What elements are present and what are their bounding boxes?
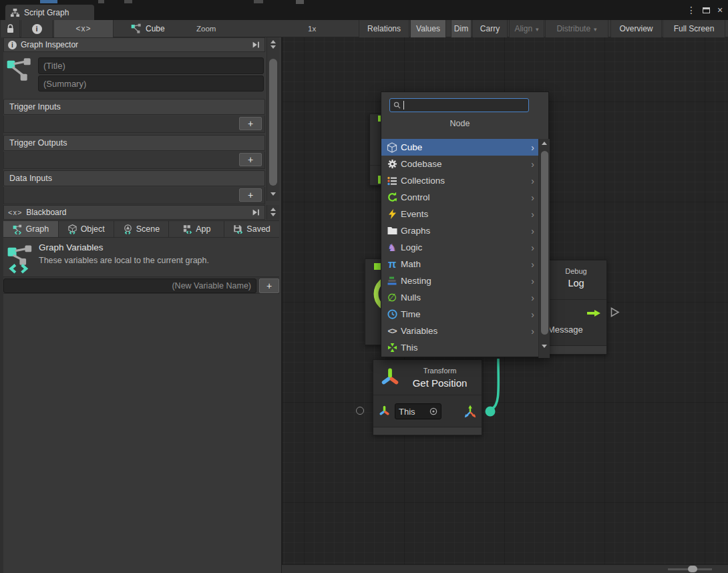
maximize-icon: [703, 7, 710, 13]
add-variable-button[interactable]: +: [259, 278, 279, 293]
code-view-button[interactable]: <x>: [53, 20, 114, 37]
transform-icon-small: [379, 405, 390, 417]
hscroll-handle[interactable]: [688, 566, 697, 572]
scroll-up-icon[interactable]: [270, 40, 276, 43]
trigger-inputs-row: +: [3, 116, 265, 133]
toolbar-button-relations[interactable]: Relations: [359, 20, 409, 37]
graph-breadcrumb[interactable]: Cube: [146, 24, 165, 33]
scroll-down-icon[interactable]: [270, 213, 276, 216]
add-trigger-input-button[interactable]: +: [239, 117, 262, 130]
event-icon: [368, 272, 382, 326]
trigger-output-port[interactable]: [610, 307, 620, 318]
tab-app[interactable]: App: [169, 221, 224, 237]
add-data-input-button[interactable]: +: [239, 188, 262, 202]
canvas-bottom-bar: [282, 564, 728, 573]
new-variable-row: +: [3, 276, 279, 294]
null-icon: ∅: [386, 292, 398, 303]
graph-breadcrumb-icon: [131, 23, 142, 34]
chevron-right-icon: ›: [531, 276, 534, 286]
window-close-button[interactable]: ×: [714, 4, 726, 16]
section-trigger-inputs[interactable]: Trigger Inputs: [3, 99, 265, 115]
blackboard-scrollbar[interactable]: [266, 205, 279, 220]
toolbar-button-carry[interactable]: Carry: [472, 20, 508, 37]
tab-scene[interactable]: Scene: [114, 221, 170, 237]
tab-graph[interactable]: Graph: [3, 221, 59, 237]
graph-title-input[interactable]: [38, 57, 264, 74]
blackboard-tabs: Graph Object Scene App Saved: [3, 220, 279, 238]
toolbar-button-overview[interactable]: Overview: [610, 20, 662, 37]
finder-item-math[interactable]: π Math›: [381, 256, 538, 272]
finder-item-logic[interactable]: ♞ Logic›: [381, 239, 538, 256]
target-value: This: [399, 407, 429, 417]
section-trigger-outputs[interactable]: Trigger Outputs: [3, 135, 265, 151]
scroll-down-icon[interactable]: [270, 45, 276, 49]
scrollbar-thumb[interactable]: [269, 59, 277, 186]
lock-button[interactable]: [0, 20, 20, 37]
blackboard-header[interactable]: <x> Blackboard: [3, 205, 265, 220]
chevron-right-icon: ›: [531, 242, 534, 253]
scroll-down-icon[interactable]: [542, 345, 547, 348]
finder-item-nulls[interactable]: ∅ Nulls›: [381, 289, 538, 306]
finder-item-variables[interactable]: <> Variables›: [381, 323, 538, 339]
partial-node[interactable]: [365, 258, 382, 345]
graph-tab-icon: [13, 224, 23, 234]
node-title: Log: [546, 278, 606, 289]
folder-icon: [386, 225, 398, 236]
inspector-toggle-button[interactable]: i: [21, 20, 53, 37]
finder-item-nesting[interactable]: Nesting›: [381, 272, 538, 289]
object-picker-icon[interactable]: [429, 407, 437, 415]
converge-icon: [386, 342, 398, 353]
chevron-right-icon: ›: [531, 209, 534, 220]
node-category: Debug: [546, 267, 606, 275]
add-trigger-output-button[interactable]: +: [239, 153, 262, 166]
node-debug-log[interactable]: Debug Log Message: [545, 260, 607, 355]
finder-item-control[interactable]: Control›: [381, 189, 538, 206]
toolbar-button-values[interactable]: Values: [410, 20, 446, 37]
node-input-label: Message: [548, 325, 583, 335]
finder-item-events[interactable]: Events›: [381, 206, 538, 222]
chevron-right-icon: ›: [531, 309, 534, 320]
graph-summary-input[interactable]: [38, 75, 264, 91]
chevron-right-icon: ›: [531, 293, 534, 303]
finder-item-cube[interactable]: Cube›: [381, 139, 538, 156]
toolbar-button-distribute: Distribute: [545, 20, 608, 37]
gear-icon: [386, 158, 398, 170]
node-get-position[interactable]: Transform Get Position This: [373, 359, 482, 435]
finder-item-collections[interactable]: Collections›: [381, 172, 538, 189]
scroll-up-icon[interactable]: [542, 142, 547, 145]
finder-item-codebase[interactable]: Codebase›: [381, 156, 538, 172]
top-remnant: [296, 0, 304, 4]
finder-item-this[interactable]: This: [381, 339, 538, 356]
value-input-port[interactable]: [356, 407, 364, 415]
pop-out-icon[interactable]: [251, 208, 260, 217]
transform-icon: [380, 367, 400, 387]
scroll-up-icon[interactable]: [270, 208, 276, 211]
trigger-arrow-icon[interactable]: [586, 309, 601, 317]
new-variable-input[interactable]: [3, 278, 256, 293]
graph-inspector-header[interactable]: i Graph Inspector: [3, 37, 265, 52]
scrollbar-thumb[interactable]: [541, 151, 548, 335]
window-menu-button[interactable]: ⋮: [685, 4, 697, 16]
target-object-field[interactable]: This: [395, 403, 441, 419]
finder-list: Cube› Codebase› Collections› Control› Ev…: [381, 139, 538, 356]
tab-object[interactable]: Object: [59, 221, 114, 237]
toolbar-button-fullscreen[interactable]: Full Screen: [663, 20, 725, 37]
toolbar-button-dim[interactable]: Dim: [451, 20, 472, 37]
tab-saved[interactable]: Saved: [224, 221, 279, 237]
window-maximize-button[interactable]: [700, 4, 712, 16]
scene-tab-icon: [123, 224, 133, 234]
section-data-inputs[interactable]: Data Inputs: [3, 170, 265, 186]
toolbar-button-align: Align: [509, 20, 544, 37]
window-tab-script-graph[interactable]: Script Graph: [5, 5, 94, 20]
pop-out-icon[interactable]: [251, 40, 260, 49]
scroll-down-icon[interactable]: [270, 192, 276, 196]
finder-scrollbar[interactable]: [538, 139, 550, 358]
vector3-icon: [463, 404, 478, 419]
inspector-scrollbar[interactable]: [266, 37, 279, 201]
finder-search-input[interactable]: [404, 101, 525, 110]
script-graph-icon: [10, 8, 20, 17]
finder-item-graphs[interactable]: Graphs›: [381, 222, 538, 239]
finder-search-box[interactable]: [389, 98, 529, 112]
cube-icon: [386, 142, 398, 153]
finder-item-time[interactable]: Time›: [381, 306, 538, 323]
